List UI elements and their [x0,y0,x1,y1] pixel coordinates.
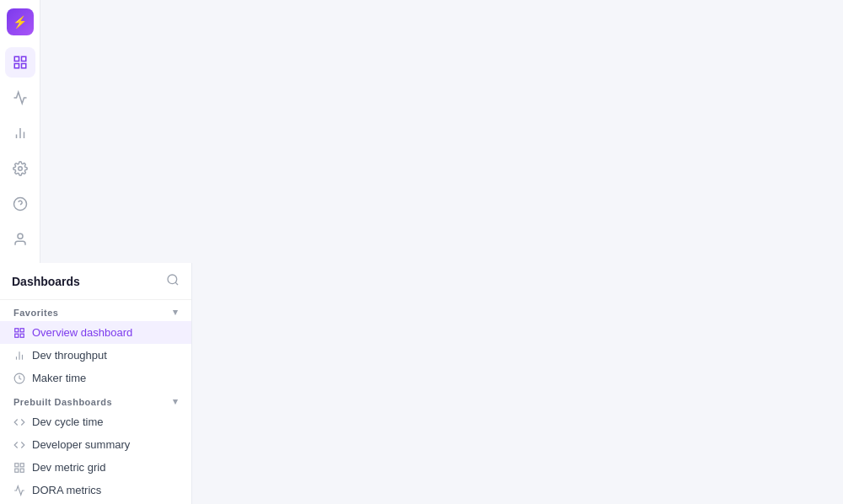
svg-line-12 [175,282,178,285]
code-icon [13,416,25,428]
nav-icon-dashboards[interactable] [5,47,35,78]
nav-icon-help[interactable] [5,189,35,219]
prebuilt-chevron: ▾ [173,396,178,407]
svg-rect-0 [14,56,19,61]
svg-rect-2 [14,64,19,68]
svg-point-7 [18,167,22,171]
search-icon[interactable] [166,273,180,289]
prebuilt-section: Prebuilt Dashboards ▾ Dev cycle time Dev… [0,389,191,504]
code-icon-2 [13,439,25,451]
sidebar-item-throughput[interactable]: Dev throughput [0,344,191,367]
grid2-icon [13,462,25,474]
nav-icon-charts[interactable] [5,118,35,148]
favorites-header[interactable]: Favorites ▾ [0,300,191,321]
sidebar-item-label: Dev cycle time [32,416,104,428]
svg-point-11 [168,275,177,284]
chart-icon [13,485,25,496]
sidebar-item-devmetric[interactable]: Dev metric grid [0,456,191,479]
grid-icon [13,327,25,339]
nav-icon-analytics[interactable] [5,83,35,113]
sidebar-title: Dashboards [12,275,80,288]
logo-icon: ⚡ [7,8,34,35]
favorites-section: Favorites ▾ Overview dashboard Dev throu… [0,300,191,389]
svg-point-10 [18,233,23,239]
svg-rect-23 [15,469,19,472]
svg-rect-24 [20,469,24,472]
sidebar-item-devsummary[interactable]: Developer summary [0,433,191,456]
svg-rect-1 [21,56,25,61]
sidebar-item-label: Dev metric grid [32,461,105,474]
svg-rect-22 [20,463,24,466]
svg-rect-15 [15,334,19,337]
svg-rect-13 [15,328,19,331]
svg-rect-3 [21,64,25,68]
favorites-chevron: ▾ [173,307,178,318]
sidebar-item-overview[interactable]: Overview dashboard [0,321,191,344]
nav-icon-user[interactable] [5,224,35,255]
nav-icon-settings[interactable] [5,153,35,184]
sidebar-item-label: Developer summary [32,438,130,451]
sidebar-item-label: Maker time [32,372,86,384]
svg-rect-14 [20,328,24,331]
sidebar-item-dora[interactable]: DORA metrics [0,479,191,501]
clock-icon [13,373,25,384]
sidebar-item-makertime[interactable]: Maker time [0,367,191,389]
bar-icon [13,350,25,362]
sidebar-item-label: Dev throughput [32,349,107,362]
prebuilt-header[interactable]: Prebuilt Dashboards ▾ [0,389,191,410]
svg-rect-21 [15,463,19,466]
sidebar-item-devcycle[interactable]: Dev cycle time [0,410,191,433]
sidebar-item-label: DORA metrics [32,484,101,496]
sidebar-item-label: Overview dashboard [32,326,132,339]
svg-rect-16 [20,334,24,337]
